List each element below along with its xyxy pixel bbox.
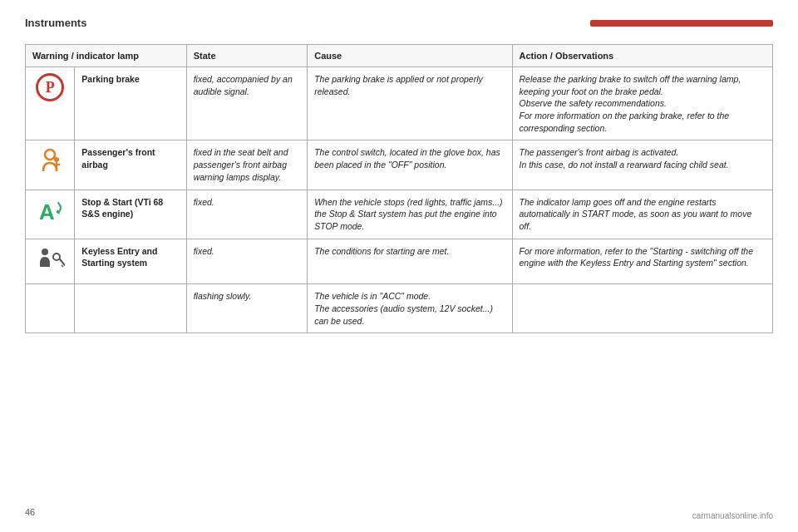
col-header-action: Action / Observations <box>512 45 773 67</box>
page-header: Instruments <box>25 17 773 29</box>
icon-cell: A <box>26 190 75 239</box>
cause-cell: The vehicle is in "ACC" mode. The access… <box>308 284 512 333</box>
parking-brake-icon: P <box>36 73 64 101</box>
col-header-lamp: Warning / indicator lamp <box>26 45 187 67</box>
lamp-name-cell: Stop & Start (VTi 68 S&S engine) <box>75 190 186 239</box>
svg-line-10 <box>62 265 63 267</box>
cause-cell: The control switch, located in the glove… <box>308 140 512 190</box>
state-cell: flashing slowly. <box>186 284 308 333</box>
warning-table: Warning / indicator lamp State Cause Act… <box>25 44 773 333</box>
stop-start-icon: A <box>35 196 65 226</box>
table-row: P Parking brake fixed, accompanied by an… <box>26 67 773 140</box>
cause-cell: The conditions for starting are met. <box>308 239 512 284</box>
icon-cell: P <box>26 67 75 140</box>
table-row: flashing slowly. The vehicle is in "ACC"… <box>26 284 773 333</box>
svg-point-0 <box>45 150 55 160</box>
page-title: Instruments <box>25 17 590 29</box>
table-row: A Stop & Start (VTi 68 S&S engine) fixed… <box>26 190 773 239</box>
icon-cell <box>26 140 75 190</box>
header-bar <box>590 20 773 27</box>
svg-point-1 <box>54 157 59 162</box>
keyless-icon <box>35 245 65 275</box>
col-header-state: State <box>186 45 308 67</box>
col-header-cause: Cause <box>308 45 512 67</box>
airbag-icon <box>35 146 65 176</box>
state-cell: fixed, accompanied by an audible signal. <box>186 67 308 140</box>
svg-text:A: A <box>39 200 55 224</box>
table-row: Passenger's front airbag fixed in the se… <box>26 140 773 190</box>
action-cell: Release the parking brake to switch off … <box>512 67 773 140</box>
action-cell-empty <box>512 284 773 333</box>
cause-cell: The parking brake is applied or not prop… <box>308 67 512 140</box>
cause-cell: When the vehicle stops (red lights, traf… <box>308 190 512 239</box>
lamp-name-cell: Passenger's front airbag <box>75 140 186 190</box>
lamp-name-cell: Keyless Entry and Starting system <box>75 239 186 284</box>
action-cell: For more information, refer to the "Star… <box>512 239 773 284</box>
action-cell: The indicator lamp goes off and the engi… <box>512 190 773 239</box>
state-cell: fixed. <box>186 190 308 239</box>
state-cell: fixed. <box>186 239 308 284</box>
lamp-name-cell: Parking brake <box>75 67 186 140</box>
svg-point-6 <box>42 249 48 255</box>
table-row: Keyless Entry and Starting system fixed.… <box>26 239 773 284</box>
icon-cell <box>26 239 75 284</box>
state-cell: fixed in the seat belt and passenger's f… <box>186 140 308 190</box>
svg-point-7 <box>53 254 60 260</box>
action-cell: The passenger's front airbag is activate… <box>512 140 773 190</box>
lamp-name-cell-empty <box>75 284 186 333</box>
icon-cell-empty <box>26 284 75 333</box>
